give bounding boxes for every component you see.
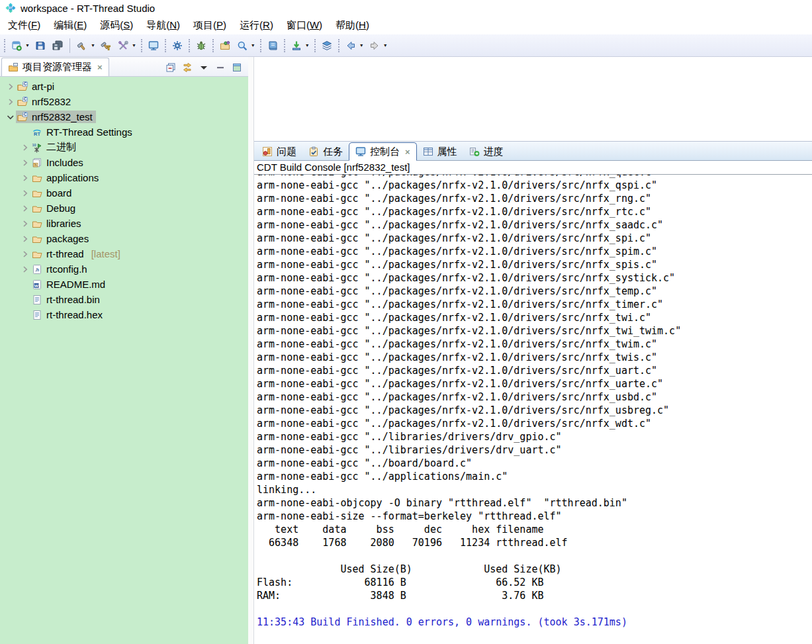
tab-project-explorer[interactable]: 项目资源管理器 × — [1, 58, 109, 76]
download-button[interactable] — [288, 38, 305, 54]
tree-item-rt-thread[interactable]: rt-thread[latest] — [0, 246, 248, 261]
chevron-right-icon[interactable] — [20, 173, 30, 183]
console-line: 66348 1768 2080 70196 11234 rtthread.elf — [257, 536, 812, 549]
chevron-right-icon[interactable] — [20, 234, 30, 244]
tree-item-nrf52832[interactable]: Cnrf52832 — [0, 94, 248, 109]
tree-item-二进制[interactable]: 10二进制 — [0, 140, 248, 155]
close-icon[interactable]: × — [405, 147, 410, 157]
tasks-icon — [308, 146, 319, 157]
menu-item-n[interactable]: 导航(N) — [140, 17, 187, 34]
dropdown-caret-icon[interactable]: ▼ — [132, 43, 136, 48]
terminal-button[interactable] — [145, 38, 162, 54]
collapse-all-button[interactable] — [165, 62, 176, 73]
search-button[interactable] — [234, 38, 251, 54]
tree-item-applications[interactable]: applications — [0, 170, 248, 185]
tree-item-content[interactable]: 10二进制 — [30, 140, 79, 154]
link-with-editor-button[interactable] — [182, 62, 193, 73]
console-line: arm-none-eabi-gcc "../packages/nrfx-v2.1… — [257, 271, 812, 285]
tree-item-content[interactable]: hIncludes — [30, 156, 87, 169]
build-active-button[interactable] — [97, 38, 114, 54]
tree-item-content[interactable]: Cart-pi — [16, 80, 58, 93]
tree-item-content[interactable]: rt-thread.bin — [30, 293, 103, 306]
sdk-manager-button[interactable] — [216, 38, 234, 54]
layers-icon — [322, 40, 332, 51]
menu-item-p[interactable]: 项目(P) — [187, 17, 233, 34]
tree-item-libraries[interactable]: libraries — [0, 216, 248, 231]
tree-item-packages[interactable]: packages — [0, 231, 248, 246]
build-button[interactable] — [73, 38, 91, 54]
tree-item-content[interactable]: RTRT-Thread Settings — [30, 126, 136, 138]
svg-text:RT: RT — [34, 130, 40, 136]
save-button[interactable] — [32, 38, 49, 54]
chevron-right-icon[interactable] — [20, 142, 30, 153]
menu-item-s[interactable]: 源码(S) — [93, 17, 140, 34]
tree-item-art-pi[interactable]: Cart-pi — [0, 79, 248, 94]
chevron-right-icon[interactable] — [20, 203, 30, 214]
chevron-right-icon[interactable] — [5, 81, 16, 92]
tree-item-content[interactable]: board — [30, 187, 75, 199]
tree-item-content[interactable]: .hrtconfig.h — [30, 263, 91, 275]
tree-item-rtconfig-h[interactable]: .hrtconfig.h — [0, 261, 248, 277]
menu-item-w[interactable]: 窗口(W) — [280, 17, 329, 34]
save-all-button[interactable] — [49, 38, 66, 54]
panel-sash[interactable] — [248, 57, 253, 644]
tree-item-content[interactable]: applications — [30, 171, 102, 184]
chevron-right-icon[interactable] — [5, 97, 16, 107]
minimize-button[interactable] — [215, 62, 226, 73]
tree-item-rt-thread-bin[interactable]: rt-thread.bin — [0, 292, 248, 307]
tree-item-includes[interactable]: hIncludes — [0, 155, 248, 170]
tab-tasks[interactable]: 任务 — [302, 143, 349, 160]
tree-item-content[interactable]: Cnrf52832 — [16, 95, 74, 108]
console-line: arm-none-eabi-gcc "../libraries/drivers/… — [257, 430, 812, 443]
tab-problems[interactable]: 问题 — [256, 143, 302, 160]
chevron-right-icon[interactable] — [20, 249, 30, 259]
tab-console[interactable]: 控制台× — [349, 142, 417, 161]
dropdown-caret-icon[interactable]: ▼ — [91, 43, 95, 48]
menu-item-f[interactable]: 文件(F) — [1, 17, 47, 34]
forward-button[interactable] — [366, 38, 383, 54]
tab-progress[interactable]: 进度 — [463, 143, 510, 160]
layers-button[interactable] — [318, 38, 336, 54]
dropdown-caret-icon[interactable]: ▼ — [359, 43, 364, 48]
console-output[interactable]: arm-none-eabi-gcc "../packages/nrfx-v2.1… — [254, 175, 812, 644]
dropdown-caret-icon[interactable]: ▼ — [305, 43, 310, 48]
console-line — [257, 602, 812, 616]
menu-item-h[interactable]: 帮助(H) — [329, 17, 376, 34]
dropdown-caret-icon[interactable]: ▼ — [251, 43, 255, 48]
tree-item-content[interactable]: Cnrf52832_test — [16, 111, 96, 123]
console-line: arm-none-eabi-gcc "../applications/main.… — [257, 470, 812, 483]
chevron-right-icon[interactable] — [20, 188, 30, 199]
new-wizard-button[interactable] — [8, 38, 25, 54]
menu-item-e[interactable]: 编辑(E) — [47, 17, 93, 34]
tree-item-label: rt-thread.hex — [46, 309, 103, 320]
close-icon[interactable]: × — [97, 62, 103, 72]
chevron-right-icon[interactable] — [20, 264, 30, 275]
chevron-right-icon[interactable] — [20, 158, 30, 168]
debug-bug-button[interactable] — [193, 38, 210, 54]
tree-item-content[interactable]: rt-thread.hex — [30, 308, 106, 321]
properties-icon — [423, 146, 433, 157]
tree-item-debug[interactable]: Debug — [0, 201, 248, 216]
back-button[interactable] — [342, 38, 359, 54]
tree-item-content[interactable]: packages — [30, 232, 92, 245]
menu-item-r[interactable]: 运行(R) — [233, 17, 280, 34]
help-book-button[interactable] — [264, 38, 281, 54]
tree-item-content[interactable]: rt-thread[latest] — [30, 248, 124, 260]
chevron-right-icon[interactable] — [20, 218, 30, 229]
tab-properties[interactable]: 属性 — [417, 143, 463, 160]
dropdown-caret-icon[interactable]: ▼ — [25, 43, 30, 48]
tree-item-content[interactable]: libraries — [30, 217, 85, 230]
settings-gear-button[interactable] — [169, 38, 186, 54]
tree-item-nrf52832-test[interactable]: Cnrf52832_test — [0, 109, 248, 124]
build-settings-button[interactable] — [114, 38, 132, 54]
tree-item-content[interactable]: Debug — [30, 202, 79, 214]
maximize-button[interactable] — [232, 62, 242, 73]
tree-item-readme-md[interactable]: WREADME.md — [0, 277, 248, 292]
tree-item-rt-thread-settings[interactable]: RTRT-Thread Settings — [0, 124, 248, 140]
view-menu-button[interactable] — [199, 62, 209, 73]
tree-item-rt-thread-hex[interactable]: rt-thread.hex — [0, 307, 248, 322]
tree-item-content[interactable]: WREADME.md — [30, 278, 109, 291]
dropdown-caret-icon[interactable]: ▼ — [383, 43, 388, 48]
tree-item-board[interactable]: board — [0, 185, 248, 201]
chevron-down-icon[interactable] — [5, 112, 16, 122]
